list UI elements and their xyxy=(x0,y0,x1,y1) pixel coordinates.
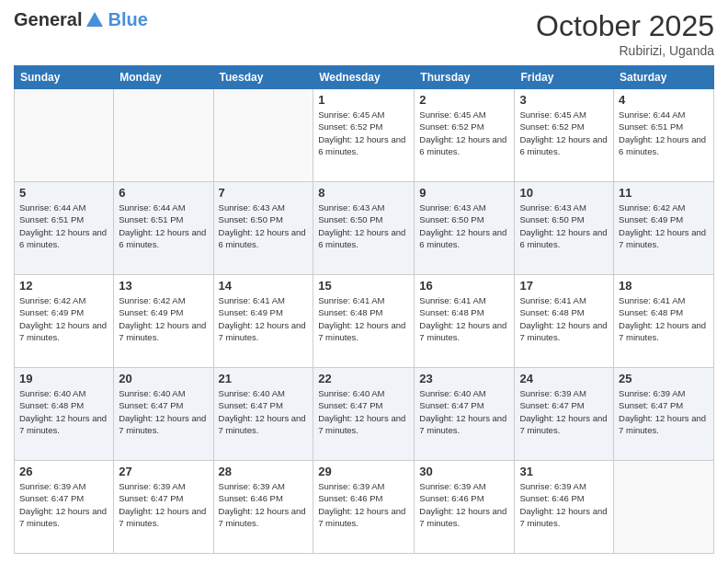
calendar-cell xyxy=(213,89,313,182)
logo: General Blue xyxy=(14,9,148,30)
calendar-cell: 26Sunrise: 6:39 AM Sunset: 6:47 PM Dayli… xyxy=(15,461,114,554)
day-info: Sunrise: 6:40 AM Sunset: 6:48 PM Dayligh… xyxy=(19,387,108,436)
day-number: 30 xyxy=(419,465,509,478)
day-info: Sunrise: 6:43 AM Sunset: 6:50 PM Dayligh… xyxy=(219,201,309,250)
calendar-cell: 18Sunrise: 6:41 AM Sunset: 6:48 PM Dayli… xyxy=(614,275,714,368)
calendar-header-wednesday: Wednesday xyxy=(313,66,415,89)
day-info: Sunrise: 6:44 AM Sunset: 6:51 PM Dayligh… xyxy=(19,201,108,250)
calendar-cell xyxy=(614,461,714,554)
day-number: 22 xyxy=(318,372,409,385)
calendar-cell: 13Sunrise: 6:42 AM Sunset: 6:49 PM Dayli… xyxy=(114,275,213,368)
day-number: 4 xyxy=(619,93,709,107)
calendar-cell: 29Sunrise: 6:39 AM Sunset: 6:46 PM Dayli… xyxy=(313,461,415,554)
day-number: 11 xyxy=(619,186,709,200)
day-info: Sunrise: 6:42 AM Sunset: 6:49 PM Dayligh… xyxy=(619,201,709,250)
calendar-cell: 21Sunrise: 6:40 AM Sunset: 6:47 PM Dayli… xyxy=(213,368,313,461)
day-number: 5 xyxy=(19,186,108,200)
day-info: Sunrise: 6:39 AM Sunset: 6:46 PM Dayligh… xyxy=(519,480,609,529)
day-info: Sunrise: 6:41 AM Sunset: 6:48 PM Dayligh… xyxy=(318,294,409,343)
day-info: Sunrise: 6:40 AM Sunset: 6:47 PM Dayligh… xyxy=(119,387,208,436)
day-number: 29 xyxy=(318,465,409,478)
calendar-cell: 12Sunrise: 6:42 AM Sunset: 6:49 PM Dayli… xyxy=(15,275,114,368)
day-number: 24 xyxy=(519,372,609,385)
day-info: Sunrise: 6:39 AM Sunset: 6:47 PM Dayligh… xyxy=(519,387,609,436)
calendar-cell xyxy=(15,89,114,182)
day-info: Sunrise: 6:39 AM Sunset: 6:47 PM Dayligh… xyxy=(19,480,108,529)
calendar-cell: 30Sunrise: 6:39 AM Sunset: 6:46 PM Dayli… xyxy=(415,461,515,554)
calendar-cell: 2Sunrise: 6:45 AM Sunset: 6:52 PM Daylig… xyxy=(415,89,515,182)
calendar-cell xyxy=(114,89,213,182)
logo-icon xyxy=(85,10,105,30)
day-info: Sunrise: 6:39 AM Sunset: 6:47 PM Dayligh… xyxy=(119,480,208,529)
calendar-header-tuesday: Tuesday xyxy=(213,66,313,89)
day-info: Sunrise: 6:39 AM Sunset: 6:46 PM Dayligh… xyxy=(219,480,309,529)
calendar-cell: 25Sunrise: 6:39 AM Sunset: 6:47 PM Dayli… xyxy=(614,368,714,461)
day-info: Sunrise: 6:43 AM Sunset: 6:50 PM Dayligh… xyxy=(419,201,509,250)
calendar-header-row: SundayMondayTuesdayWednesdayThursdayFrid… xyxy=(15,66,714,89)
day-info: Sunrise: 6:42 AM Sunset: 6:49 PM Dayligh… xyxy=(119,294,208,343)
logo-general: General xyxy=(14,9,82,30)
title-block: October 2025 Rubirizi, Uganda xyxy=(536,9,714,58)
calendar-cell: 22Sunrise: 6:40 AM Sunset: 6:47 PM Dayli… xyxy=(313,368,415,461)
day-number: 26 xyxy=(19,465,108,478)
day-number: 28 xyxy=(219,465,309,478)
day-info: Sunrise: 6:39 AM Sunset: 6:46 PM Dayligh… xyxy=(318,480,409,529)
day-info: Sunrise: 6:45 AM Sunset: 6:52 PM Dayligh… xyxy=(318,109,409,157)
calendar-cell: 7Sunrise: 6:43 AM Sunset: 6:50 PM Daylig… xyxy=(213,182,313,275)
day-info: Sunrise: 6:39 AM Sunset: 6:46 PM Dayligh… xyxy=(419,480,509,529)
day-number: 19 xyxy=(19,372,108,385)
calendar-cell: 27Sunrise: 6:39 AM Sunset: 6:47 PM Dayli… xyxy=(114,461,213,554)
day-info: Sunrise: 6:43 AM Sunset: 6:50 PM Dayligh… xyxy=(519,201,609,250)
calendar-cell: 3Sunrise: 6:45 AM Sunset: 6:52 PM Daylig… xyxy=(515,89,614,182)
day-number: 16 xyxy=(419,279,509,293)
calendar-header-thursday: Thursday xyxy=(415,66,515,89)
calendar-header-saturday: Saturday xyxy=(614,66,714,89)
calendar-cell: 4Sunrise: 6:44 AM Sunset: 6:51 PM Daylig… xyxy=(614,89,714,182)
day-number: 9 xyxy=(419,186,509,200)
calendar-cell: 9Sunrise: 6:43 AM Sunset: 6:50 PM Daylig… xyxy=(415,182,515,275)
calendar-cell: 24Sunrise: 6:39 AM Sunset: 6:47 PM Dayli… xyxy=(515,368,614,461)
day-info: Sunrise: 6:40 AM Sunset: 6:47 PM Dayligh… xyxy=(318,387,409,436)
day-info: Sunrise: 6:39 AM Sunset: 6:47 PM Dayligh… xyxy=(619,387,709,436)
day-number: 17 xyxy=(519,279,609,293)
calendar-cell: 14Sunrise: 6:41 AM Sunset: 6:49 PM Dayli… xyxy=(213,275,313,368)
calendar-week-row: 19Sunrise: 6:40 AM Sunset: 6:48 PM Dayli… xyxy=(15,368,714,461)
day-number: 21 xyxy=(219,372,309,385)
calendar-header-monday: Monday xyxy=(114,66,213,89)
calendar-cell: 31Sunrise: 6:39 AM Sunset: 6:46 PM Dayli… xyxy=(515,461,614,554)
day-number: 3 xyxy=(519,93,609,107)
day-number: 13 xyxy=(119,279,208,293)
day-info: Sunrise: 6:42 AM Sunset: 6:49 PM Dayligh… xyxy=(19,294,108,343)
day-number: 1 xyxy=(318,93,409,107)
day-number: 7 xyxy=(219,186,309,200)
day-info: Sunrise: 6:44 AM Sunset: 6:51 PM Dayligh… xyxy=(619,109,709,157)
day-info: Sunrise: 6:41 AM Sunset: 6:48 PM Dayligh… xyxy=(619,294,709,343)
calendar-header-friday: Friday xyxy=(515,66,614,89)
calendar-cell: 11Sunrise: 6:42 AM Sunset: 6:49 PM Dayli… xyxy=(614,182,714,275)
day-info: Sunrise: 6:41 AM Sunset: 6:48 PM Dayligh… xyxy=(419,294,509,343)
day-number: 6 xyxy=(119,186,208,200)
day-info: Sunrise: 6:44 AM Sunset: 6:51 PM Dayligh… xyxy=(119,201,208,250)
calendar-cell: 17Sunrise: 6:41 AM Sunset: 6:48 PM Dayli… xyxy=(515,275,614,368)
day-info: Sunrise: 6:43 AM Sunset: 6:50 PM Dayligh… xyxy=(318,201,409,250)
calendar-cell: 15Sunrise: 6:41 AM Sunset: 6:48 PM Dayli… xyxy=(313,275,415,368)
calendar-cell: 16Sunrise: 6:41 AM Sunset: 6:48 PM Dayli… xyxy=(415,275,515,368)
calendar-week-row: 12Sunrise: 6:42 AM Sunset: 6:49 PM Dayli… xyxy=(15,275,714,368)
calendar-cell: 20Sunrise: 6:40 AM Sunset: 6:47 PM Dayli… xyxy=(114,368,213,461)
page: General Blue October 2025 Rubirizi, Ugan… xyxy=(0,0,728,563)
calendar-cell: 10Sunrise: 6:43 AM Sunset: 6:50 PM Dayli… xyxy=(515,182,614,275)
header: General Blue October 2025 Rubirizi, Ugan… xyxy=(14,9,714,58)
day-number: 20 xyxy=(119,372,208,385)
calendar-cell: 8Sunrise: 6:43 AM Sunset: 6:50 PM Daylig… xyxy=(313,182,415,275)
calendar-header-sunday: Sunday xyxy=(15,66,114,89)
calendar-table: SundayMondayTuesdayWednesdayThursdayFrid… xyxy=(14,65,714,554)
calendar-cell: 23Sunrise: 6:40 AM Sunset: 6:47 PM Dayli… xyxy=(415,368,515,461)
calendar-cell: 19Sunrise: 6:40 AM Sunset: 6:48 PM Dayli… xyxy=(15,368,114,461)
day-number: 31 xyxy=(519,465,609,478)
day-info: Sunrise: 6:45 AM Sunset: 6:52 PM Dayligh… xyxy=(419,109,509,157)
calendar-cell: 28Sunrise: 6:39 AM Sunset: 6:46 PM Dayli… xyxy=(213,461,313,554)
calendar-week-row: 5Sunrise: 6:44 AM Sunset: 6:51 PM Daylig… xyxy=(15,182,714,275)
day-number: 8 xyxy=(318,186,409,200)
day-number: 27 xyxy=(119,465,208,478)
calendar-week-row: 26Sunrise: 6:39 AM Sunset: 6:47 PM Dayli… xyxy=(15,461,714,554)
